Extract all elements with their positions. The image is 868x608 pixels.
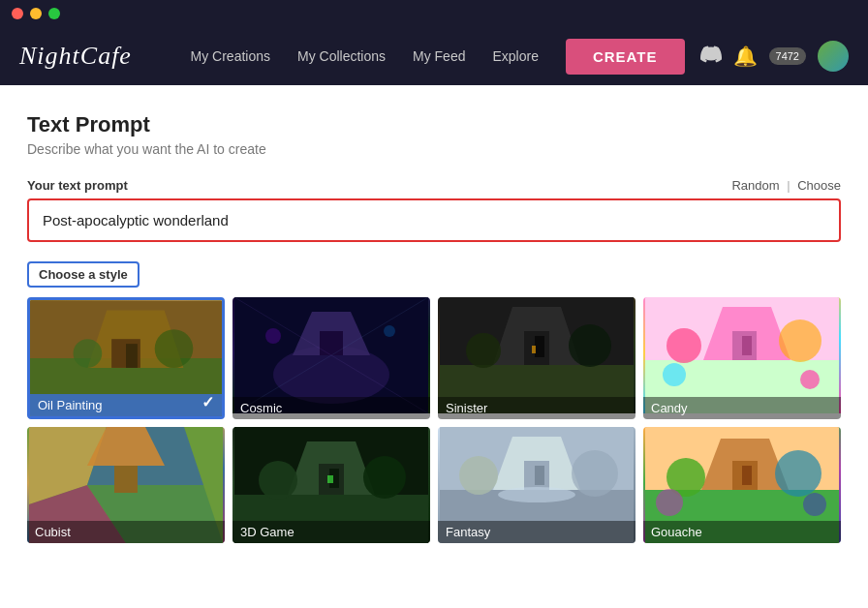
svg-point-31 (663, 363, 686, 386)
svg-point-62 (775, 450, 822, 497)
style-grid: Oil Painting ✓ (27, 297, 841, 543)
svg-point-13 (384, 325, 395, 337)
svg-rect-20 (535, 336, 544, 357)
page-subtitle: Describe what you want the AI to create (27, 141, 841, 157)
prompt-links: Random | Choose (731, 178, 841, 193)
style-item-gouache[interactable]: Gouache (643, 427, 841, 543)
logo[interactable]: NightCafe (19, 42, 132, 71)
create-button[interactable]: CREATE (566, 39, 685, 75)
style-label-sinister: Sinister (438, 397, 636, 419)
svg-rect-60 (742, 466, 752, 485)
svg-rect-39 (114, 466, 138, 493)
style-thumbnail-cosmic (232, 297, 430, 413)
choose-link[interactable]: Choose (797, 178, 841, 193)
credits-badge[interactable]: 7472 (769, 47, 806, 65)
svg-rect-47 (327, 475, 333, 483)
svg-point-46 (363, 456, 406, 499)
style-label-cubist: Cubist (27, 521, 225, 543)
style-label-cosmic: Cosmic (232, 397, 430, 419)
style-section: Choose a style Oil Painting ✓ (27, 261, 841, 543)
svg-rect-28 (742, 336, 752, 355)
bell-icon[interactable]: 🔔 (733, 45, 758, 68)
svg-point-6 (155, 329, 194, 368)
svg-point-22 (569, 324, 611, 367)
style-label-fantasy: Fantasy (438, 521, 636, 543)
style-check-oil: ✓ (202, 393, 214, 411)
style-label-gouache: Gouache (643, 521, 841, 543)
svg-point-29 (666, 328, 701, 363)
style-thumbnail-sinister (438, 297, 636, 413)
main-content: Text Prompt Describe what you want the A… (0, 85, 868, 608)
style-section-label: Choose a style (27, 261, 140, 288)
nav-link-my-creations[interactable]: My Creations (191, 48, 270, 64)
navbar: NightCafe My Creations My Collections My… (0, 27, 868, 85)
avatar[interactable] (818, 41, 849, 72)
page-title: Text Prompt (27, 112, 841, 137)
svg-point-45 (259, 461, 297, 500)
prompt-section: Your text prompt Random | Choose (27, 178, 841, 242)
nav-icons: 🔔 7472 (700, 41, 849, 72)
window-chrome (0, 0, 868, 27)
svg-point-12 (265, 328, 281, 344)
svg-rect-11 (320, 331, 343, 355)
style-label-oil: Oil Painting (30, 394, 222, 416)
svg-rect-4 (126, 344, 138, 368)
nav-link-my-collections[interactable]: My Collections (297, 48, 386, 64)
prompt-label: Your text prompt (27, 178, 128, 193)
prompt-input[interactable] (27, 198, 841, 242)
svg-point-63 (656, 489, 683, 516)
style-label-candy: Candy (643, 397, 841, 419)
style-item-oil-painting[interactable]: Oil Painting ✓ (27, 297, 225, 419)
svg-point-64 (803, 493, 826, 516)
style-item-fantasy[interactable]: Fantasy (438, 427, 636, 543)
discord-icon[interactable] (700, 44, 722, 70)
prompt-label-row: Your text prompt Random | Choose (27, 178, 841, 193)
svg-rect-52 (535, 466, 544, 485)
style-item-sinister[interactable]: Sinister (438, 297, 636, 419)
close-dot[interactable] (12, 8, 23, 19)
svg-point-54 (572, 450, 618, 497)
svg-point-30 (779, 319, 822, 362)
nav-links: My Creations My Collections My Feed Expl… (191, 48, 539, 64)
minimize-dot[interactable] (30, 8, 42, 19)
svg-point-21 (466, 333, 501, 368)
nav-link-explore[interactable]: Explore (492, 48, 538, 64)
svg-point-53 (459, 456, 498, 495)
svg-point-32 (800, 370, 820, 389)
random-link[interactable]: Random (731, 178, 779, 193)
style-item-cosmic[interactable]: Cosmic (232, 297, 430, 419)
svg-point-5 (74, 339, 103, 368)
nav-link-my-feed[interactable]: My Feed (413, 48, 465, 64)
style-label-3dgame: 3D Game (232, 521, 430, 543)
prompt-link-separator: | (787, 178, 790, 193)
svg-point-55 (498, 487, 575, 502)
svg-rect-23 (532, 346, 536, 353)
style-item-3d-game[interactable]: 3D Game (232, 427, 430, 543)
maximize-dot[interactable] (48, 8, 60, 19)
style-thumbnail-candy (643, 297, 841, 413)
style-item-cubist[interactable]: Cubist (27, 427, 225, 543)
style-item-candy[interactable]: Candy (643, 297, 841, 419)
